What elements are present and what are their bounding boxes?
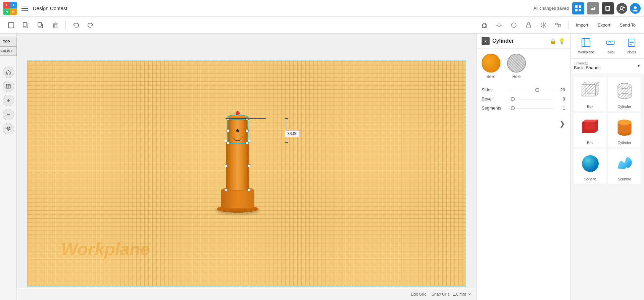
grid-view-btn[interactable] xyxy=(572,2,584,14)
svg-rect-8 xyxy=(606,7,608,10)
left-nav: TOP FRONT xyxy=(0,34,17,300)
shape-sphere-blue[interactable]: Sphere xyxy=(574,149,606,184)
tab-notes[interactable]: Notes xyxy=(624,36,639,56)
shape-cylinder-orange[interactable]: Cylinder xyxy=(608,113,641,147)
toolbar: Import Export Send To xyxy=(0,17,644,34)
snap-grid-control[interactable]: Snap Grid 1.0 mm xyxy=(432,292,471,297)
project-name: Design Contest xyxy=(33,5,280,11)
sides-slider[interactable] xyxy=(508,90,553,90)
right-panel: Workplane Ruler Notes Tinkercad Basic Sh… xyxy=(570,34,644,300)
export-btn[interactable]: Export xyxy=(594,19,614,31)
workplane-icon xyxy=(581,38,591,49)
sliders-section: Sides 20 Bevel 0 Segments 1 xyxy=(477,84,570,118)
sides-row: Sides 20 xyxy=(482,87,565,92)
bevel-row: Bevel 0 xyxy=(482,96,565,101)
shape-cylinder-gray[interactable]: Cylinder xyxy=(608,77,641,111)
view-cube-front[interactable]: FRONT xyxy=(0,46,17,56)
panel-lock-icon[interactable]: 🔒 xyxy=(550,38,556,44)
3d-object[interactable]: 33.00 xyxy=(216,112,259,213)
view-cube-top[interactable]: TOP xyxy=(0,37,17,46)
bottom-bar: Edit Grid Snap Grid 1.0 mm xyxy=(17,288,476,300)
lock-btn[interactable] xyxy=(523,19,535,31)
svg-rect-14 xyxy=(8,23,14,28)
right-panel-tabs: Workplane Ruler Notes xyxy=(571,34,644,59)
zoom-in-btn[interactable] xyxy=(3,95,14,106)
shapes-grid: Box Cylinder xyxy=(571,73,644,187)
bevel-label: Bevel xyxy=(482,96,505,101)
shape-btn[interactable] xyxy=(508,19,520,31)
svg-rect-16 xyxy=(23,23,27,26)
svg-rect-35 xyxy=(555,23,558,25)
menu-icon[interactable] xyxy=(20,4,30,13)
dimension-label: 33.00 xyxy=(285,130,300,137)
shape-box-red-label: Box xyxy=(587,141,593,145)
copy-btn[interactable] xyxy=(20,19,32,31)
user-avatar[interactable] xyxy=(630,3,641,14)
shape-scribble[interactable]: Scribble xyxy=(608,149,641,184)
sides-label: Sides xyxy=(482,87,505,92)
bevel-slider[interactable] xyxy=(508,99,553,99)
view-cube[interactable]: TOP FRONT xyxy=(0,37,18,60)
hole-label: Hole xyxy=(512,74,521,79)
solid-color-btn[interactable] xyxy=(482,54,500,73)
svg-rect-20 xyxy=(54,24,57,28)
import-btn[interactable]: Import xyxy=(573,19,592,31)
perspective-btn[interactable] xyxy=(3,123,14,134)
ruler-icon xyxy=(606,38,615,49)
svg-line-63 xyxy=(595,94,599,96)
tab-ruler[interactable]: Ruler xyxy=(603,36,618,56)
shape-cylinder-gray-label: Cylinder xyxy=(617,104,631,109)
align-btn[interactable] xyxy=(552,19,564,31)
shapes-dropdown-btn[interactable]: ▼ xyxy=(637,63,641,68)
add-user-btn[interactable] xyxy=(616,3,627,14)
shape-box-gray-label: Box xyxy=(587,104,593,109)
segments-slider[interactable] xyxy=(508,108,553,109)
bevel-value: 0 xyxy=(557,96,565,101)
panel-visibility-icon[interactable]: 💡 xyxy=(558,38,565,44)
mirror-btn[interactable] xyxy=(537,19,549,31)
shape-cylinder-orange-label: Cylinder xyxy=(617,141,631,145)
home-view-btn[interactable] xyxy=(3,67,14,78)
panel-collapse-btn[interactable]: ▲ xyxy=(482,37,490,45)
notes-icon xyxy=(627,38,636,49)
delete-btn[interactable] xyxy=(49,19,61,31)
panel-title: Cylinder xyxy=(492,38,547,44)
tab-workplane[interactable]: Workplane xyxy=(576,36,597,56)
scroll-indicator: ❯ xyxy=(477,118,570,129)
shapes-title: Basic Shapes xyxy=(574,65,601,70)
workplane-tab-label: Workplane xyxy=(578,50,594,54)
shapes-source: Tinkercad xyxy=(574,61,601,65)
svg-rect-32 xyxy=(527,25,531,28)
segments-label: Segments xyxy=(482,105,505,111)
fit-view-btn[interactable] xyxy=(3,81,14,92)
new-shape-btn[interactable] xyxy=(5,19,17,31)
svg-rect-3 xyxy=(575,5,578,8)
camera-btn[interactable] xyxy=(478,19,490,31)
viewport[interactable]: Workplane xyxy=(17,34,476,300)
simulation-btn[interactable] xyxy=(602,2,614,14)
hole-color-btn[interactable] xyxy=(507,54,526,73)
svg-line-61 xyxy=(582,82,585,84)
edit-grid-link[interactable]: Edit Grid xyxy=(411,292,427,297)
svg-point-67 xyxy=(618,93,631,99)
redo-btn[interactable] xyxy=(85,19,97,31)
svg-rect-46 xyxy=(582,39,590,47)
zoom-out-btn[interactable] xyxy=(3,109,14,120)
shape-scribble-label: Scribble xyxy=(618,177,631,181)
undo-btn[interactable] xyxy=(70,19,82,31)
light-btn[interactable] xyxy=(493,19,505,31)
ruler-tab-label: Ruler xyxy=(606,50,614,54)
topbar: T I N K Design Contest All changes saved xyxy=(0,0,644,17)
build-mode-btn[interactable] xyxy=(587,2,599,14)
svg-point-81 xyxy=(582,155,599,172)
duplicate-btn[interactable] xyxy=(35,19,47,31)
shape-box-red[interactable]: Box xyxy=(574,113,606,147)
tinkercad-logo[interactable]: T I N K xyxy=(3,2,17,15)
svg-rect-18 xyxy=(38,23,42,26)
shape-box-gray[interactable]: Box xyxy=(574,77,606,111)
notes-tab-label: Notes xyxy=(627,50,636,54)
svg-rect-6 xyxy=(579,9,581,11)
workplane-label: Workplane xyxy=(61,239,150,259)
svg-rect-72 xyxy=(582,122,595,133)
send-to-btn[interactable]: Send To xyxy=(616,19,639,31)
